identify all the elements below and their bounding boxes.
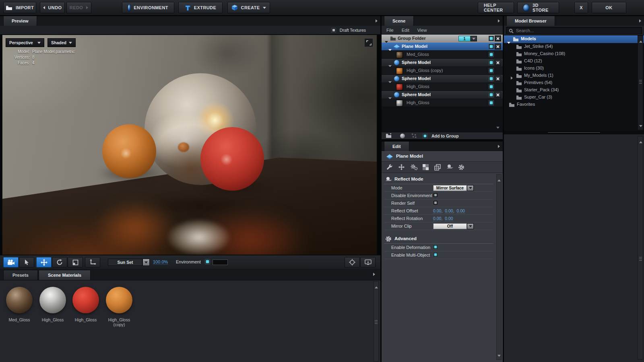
rotate-tool-button[interactable]	[52, 257, 67, 267]
material-item[interactable]: High_Gloss	[69, 287, 103, 322]
focus-tool-button[interactable]	[345, 257, 360, 267]
viewport-zoom-value[interactable]: 100.0%	[153, 259, 168, 265]
delete-button[interactable]	[495, 60, 501, 66]
model-browser-panel-arrow[interactable]	[637, 17, 643, 25]
scene-row-material[interactable]: Med_Gloss	[382, 51, 503, 59]
visibility-checkbox[interactable]	[489, 92, 494, 97]
panel-splitter[interactable]	[504, 131, 644, 134]
rotation-x-value[interactable]: 0.00	[433, 216, 441, 221]
new-sphere-button[interactable]	[400, 134, 405, 138]
environment-checkbox[interactable]	[205, 259, 210, 264]
axis-tool-button[interactable]	[85, 257, 100, 267]
materials-panel-arrow[interactable]	[371, 271, 377, 278]
camera-tool-button[interactable]	[3, 257, 19, 267]
offset-y-value[interactable]: 0.00	[445, 208, 453, 214]
delete-button[interactable]	[495, 76, 501, 82]
chevron-down-icon[interactable]	[471, 36, 477, 41]
shading-mode-dropdown[interactable]: Shaded	[47, 38, 76, 47]
extrude-button[interactable]: EXTRUDE	[178, 2, 223, 13]
visibility-checkbox[interactable]	[489, 84, 494, 89]
scatter-button[interactable]	[411, 133, 417, 138]
tree-row-folder[interactable]: Primitives (54)	[504, 79, 644, 86]
scroll-down-icon[interactable]	[496, 123, 500, 130]
reflect-icon[interactable]	[446, 164, 453, 170]
preview-panel-arrow[interactable]	[374, 17, 380, 25]
mirror-clip-dropdown[interactable]: Off	[433, 223, 474, 229]
tab-presets[interactable]: Presets	[3, 270, 38, 280]
visibility-checkbox[interactable]	[489, 100, 494, 105]
menu-view[interactable]: View	[417, 28, 427, 33]
material-item[interactable]: Med_Gloss	[2, 287, 36, 322]
group-visibility-checkbox[interactable]	[489, 36, 494, 41]
enable-deformation-checkbox[interactable]	[433, 245, 438, 249]
move-icon[interactable]	[398, 164, 405, 170]
edit-panel-arrow[interactable]	[496, 143, 502, 150]
redo-button[interactable]: REDO	[66, 2, 91, 13]
content-scrollbar[interactable]	[638, 136, 643, 360]
scene-row-sphere-model[interactable]: Sphere Model	[382, 59, 503, 67]
store-button[interactable]: 3D STORE	[517, 2, 559, 13]
group-count-spinner[interactable]: 1	[458, 36, 477, 41]
close-button[interactable]: X	[574, 2, 588, 13]
tree-row-folder[interactable]: Jet_Strike (54)	[504, 43, 644, 50]
scene-row-group-folder[interactable]: Group Folder 1	[382, 35, 503, 43]
tree-row-folder[interactable]: Starter_Pack (34)	[504, 86, 644, 94]
tab-scene[interactable]: Scene	[384, 16, 414, 26]
group-delete-button[interactable]	[495, 35, 501, 41]
delete-button[interactable]	[495, 43, 501, 49]
tree-row-favorites[interactable]: Favorites	[504, 101, 644, 108]
background-color-swatch[interactable]	[213, 259, 228, 265]
model-tree-scrollbar[interactable]	[638, 35, 643, 130]
undo-button[interactable]: UNDO	[40, 2, 65, 13]
tree-row-folder[interactable]: My_Models (1)	[504, 72, 644, 79]
scene-row-material[interactable]: High_Gloss	[382, 83, 503, 91]
scene-row-material[interactable]: High_Gloss (copy)	[382, 67, 503, 75]
offset-z-value[interactable]: 0.00	[456, 208, 464, 214]
scene-row-material[interactable]: High_Gloss	[382, 99, 503, 107]
camera-mode-dropdown[interactable]: Perspective	[6, 38, 44, 47]
visibility-checkbox[interactable]	[489, 44, 494, 49]
move-tool-button[interactable]	[36, 257, 52, 267]
menu-edit[interactable]: Edit	[402, 28, 409, 33]
duplicate-icon[interactable]	[434, 164, 441, 171]
tab-model-browser[interactable]: Model Browser	[506, 16, 555, 26]
scene-row-plane-model[interactable]: Plane Model	[382, 43, 503, 51]
new-group-button[interactable]	[386, 133, 392, 138]
menu-file[interactable]: File	[386, 28, 394, 33]
tree-row-folder[interactable]: C4D (12)	[504, 58, 644, 65]
scene-row-sphere-model[interactable]: Sphere Model	[382, 91, 503, 99]
environment-preset-dropdown[interactable]: Sun Set	[108, 259, 150, 266]
scene-panel-arrow[interactable]	[496, 17, 502, 25]
help-center-button[interactable]: HELP CENTER	[478, 2, 514, 13]
gears-icon[interactable]	[411, 164, 418, 171]
tree-row-folder[interactable]: Money_Casino (108)	[504, 50, 644, 58]
create-button[interactable]: CREATE	[227, 2, 270, 13]
enable-multi-object-checkbox[interactable]	[433, 252, 438, 257]
visibility-checkbox[interactable]	[489, 52, 494, 57]
add-to-group-checkbox[interactable]	[423, 134, 427, 138]
draft-textures-checkbox[interactable]	[331, 28, 336, 33]
rotation-y-value[interactable]: 0.00	[445, 216, 453, 221]
edit-scrollbar[interactable]	[496, 174, 502, 360]
disable-environment-checkbox[interactable]	[433, 193, 438, 197]
render-self-checkbox[interactable]	[433, 200, 438, 205]
offset-x-value[interactable]: 0.00	[433, 208, 441, 214]
environment-button[interactable]: ENVIRONMENT	[122, 2, 174, 13]
fullscreen-button[interactable]	[364, 38, 373, 47]
3d-viewport[interactable]: Perspective Shaded Model: Plane Model.pa…	[2, 35, 377, 255]
gear-icon[interactable]	[458, 164, 464, 171]
materials-scrollbar[interactable]	[374, 281, 379, 362]
mode-dropdown[interactable]: Mirror Surface	[433, 185, 474, 191]
tab-scene-materials[interactable]: Scene Materials	[39, 270, 91, 280]
search-input[interactable]	[506, 27, 642, 34]
scene-row-sphere-model[interactable]: Sphere Model	[382, 75, 503, 83]
tab-preview[interactable]: Preview	[3, 16, 37, 26]
wrench-icon[interactable]	[386, 164, 393, 171]
delete-button[interactable]	[495, 92, 501, 98]
display-tool-button[interactable]	[360, 257, 376, 267]
visibility-checkbox[interactable]	[489, 76, 494, 81]
select-tool-button[interactable]	[19, 257, 34, 267]
tree-row-folder[interactable]: Icons (30)	[504, 65, 644, 72]
tab-edit[interactable]: Edit	[384, 142, 409, 151]
material-item[interactable]: High_Gloss	[36, 287, 70, 322]
